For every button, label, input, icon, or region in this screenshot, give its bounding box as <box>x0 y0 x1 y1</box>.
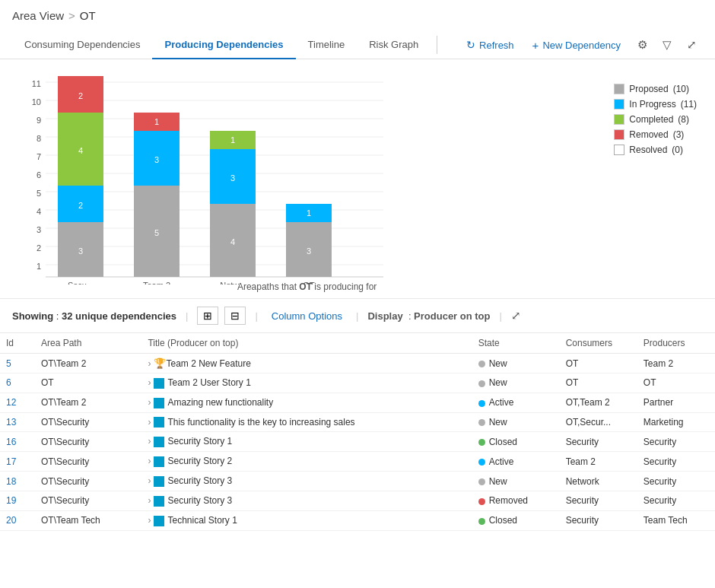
svg-text:4: 4 <box>78 146 83 155</box>
row-id-link[interactable]: 5 <box>6 358 11 369</box>
cell-state: New <box>472 472 560 491</box>
row-id-link[interactable]: 17 <box>6 456 16 467</box>
table-row: 6OT›Team 2 User Story 1NewOTOT <box>0 373 715 393</box>
story-icon <box>154 456 164 467</box>
state-label: Removed <box>489 495 528 506</box>
expand-button[interactable]: ⤢ <box>681 33 703 56</box>
filter-icon: ▽ <box>663 38 672 51</box>
row-expand-icon[interactable]: › <box>148 495 151 506</box>
cell-state: New <box>472 373 560 393</box>
story-icon <box>154 476 164 487</box>
row-expand-icon[interactable]: › <box>148 397 151 408</box>
row-id-link[interactable]: 19 <box>6 495 16 506</box>
legend-completed: Completed (8) <box>614 114 697 125</box>
row-id-link[interactable]: 12 <box>6 397 16 408</box>
cell-consumers: Network <box>560 472 637 491</box>
filter-button[interactable]: ▽ <box>656 33 678 56</box>
expand-icon: ⤢ <box>687 38 697 51</box>
new-dependency-button[interactable]: + New Dependency <box>525 34 628 56</box>
row-expand-icon[interactable]: › <box>148 456 151 466</box>
story-icon <box>154 398 164 408</box>
table-row: 18OT\Security›Security Story 3NewNetwork… <box>0 472 715 491</box>
refresh-button[interactable]: ↻ Refresh <box>459 34 522 56</box>
table-row: 20OT\Team Tech›Technical Story 1ClosedSe… <box>0 510 715 530</box>
cell-area-path: OT\Security <box>35 472 141 491</box>
row-id-link[interactable]: 6 <box>6 377 11 388</box>
breadcrumb: Area View > OT <box>0 0 715 31</box>
refresh-icon: ↻ <box>466 39 475 51</box>
row-id-link[interactable]: 13 <box>6 417 16 427</box>
settings-button[interactable]: ⚙ <box>631 33 653 56</box>
cell-state: New <box>472 354 560 373</box>
row-id-link[interactable]: 18 <box>6 476 16 487</box>
table-row: 5OT\Team 2›🏆Team 2 New FeatureNewOTTeam … <box>0 354 715 373</box>
col-header-consumers: Consumers <box>560 333 637 354</box>
display-label: Display : Producer on top <box>367 310 490 322</box>
row-expand-icon[interactable]: › <box>148 417 151 427</box>
cell-id: 17 <box>0 452 35 472</box>
state-label: Active <box>489 456 514 467</box>
nav-tabs: Consuming Dependencies Producing Depende… <box>0 31 715 59</box>
state-dot <box>478 361 485 367</box>
state-label: Closed <box>489 515 517 526</box>
row-title-text: Security Story 3 <box>167 475 232 486</box>
cell-consumers: Security <box>560 510 637 530</box>
row-expand-icon[interactable]: › <box>148 358 151 369</box>
cell-area-path: OT <box>35 373 141 393</box>
state-label: New <box>489 358 507 369</box>
table-row: 19OT\Security›Security Story 3RemovedSec… <box>0 491 715 510</box>
row-title-text: Team 2 New Feature <box>166 358 250 369</box>
row-title-text: Security Story 2 <box>167 456 232 466</box>
row-expand-icon[interactable]: › <box>148 515 151 526</box>
cell-area-path: OT\Team 2 <box>35 354 141 373</box>
cell-id: 13 <box>0 412 35 432</box>
col-header-id: Id <box>0 333 35 354</box>
cell-state: Closed <box>472 510 560 530</box>
row-expand-icon[interactable]: › <box>148 436 151 447</box>
tab-producing[interactable]: Producing Dependencies <box>152 31 295 59</box>
column-options-button[interactable]: Column Options <box>267 308 347 324</box>
row-expand-icon[interactable]: › <box>148 377 151 388</box>
toolbar-sep-2: | <box>255 310 257 322</box>
row-title-text: Amazing new functionality <box>167 397 273 408</box>
state-label: Closed <box>489 437 517 447</box>
tab-timeline[interactable]: Timeline <box>296 31 358 59</box>
story-icon <box>154 516 164 526</box>
state-label: New <box>489 377 507 388</box>
toolbar-sep-4: | <box>500 310 502 322</box>
cell-producers: Security <box>637 491 715 510</box>
breadcrumb-parent[interactable]: Area View <box>12 9 64 22</box>
data-table: Id Area Path Title (Producer on top) Sta… <box>0 333 715 531</box>
cell-title: ›Security Story 3 <box>141 472 472 491</box>
row-title-text: This functionality is the key to increas… <box>167 417 354 427</box>
legend-count-removed: (3) <box>673 129 685 140</box>
showing-count: 32 unique dependencies <box>62 310 176 322</box>
legend-count-proposed: (10) <box>673 84 689 94</box>
gear-icon: ⚙ <box>637 38 647 51</box>
svg-text:6: 6 <box>37 170 41 180</box>
svg-text:3: 3 <box>154 155 159 164</box>
cell-state: Closed <box>472 432 560 452</box>
legend-color-proposed <box>614 84 624 94</box>
row-expand-icon[interactable]: › <box>148 475 151 486</box>
cell-consumers: Team 2 <box>560 452 637 472</box>
row-title-text: Technical Story 1 <box>167 515 237 526</box>
fullscreen-icon[interactable]: ⤢ <box>511 309 521 323</box>
cell-producers: Security <box>637 452 715 472</box>
cell-producers: OT <box>637 373 715 393</box>
collapse-rows-button[interactable]: ⊟ <box>224 307 246 325</box>
cell-state: Removed <box>472 491 560 510</box>
row-id-link[interactable]: 20 <box>6 515 16 526</box>
legend-label-removed: Removed <box>629 129 668 140</box>
chart-legend: Proposed (10) In Progress (11) Completed… <box>614 72 697 160</box>
cell-state: New <box>472 412 560 432</box>
cell-title: ›Technical Story 1 <box>141 510 472 530</box>
expand-rows-button[interactable]: ⊞ <box>197 307 218 325</box>
cell-id: 20 <box>0 510 35 530</box>
row-title-text: Security Story 3 <box>167 495 232 506</box>
legend-color-inprogress <box>614 99 624 110</box>
row-id-link[interactable]: 16 <box>6 437 16 447</box>
tab-riskgraph[interactable]: Risk Graph <box>357 31 431 59</box>
legend-count-completed: (8) <box>678 114 689 125</box>
tab-consuming[interactable]: Consuming Dependencies <box>12 31 152 59</box>
